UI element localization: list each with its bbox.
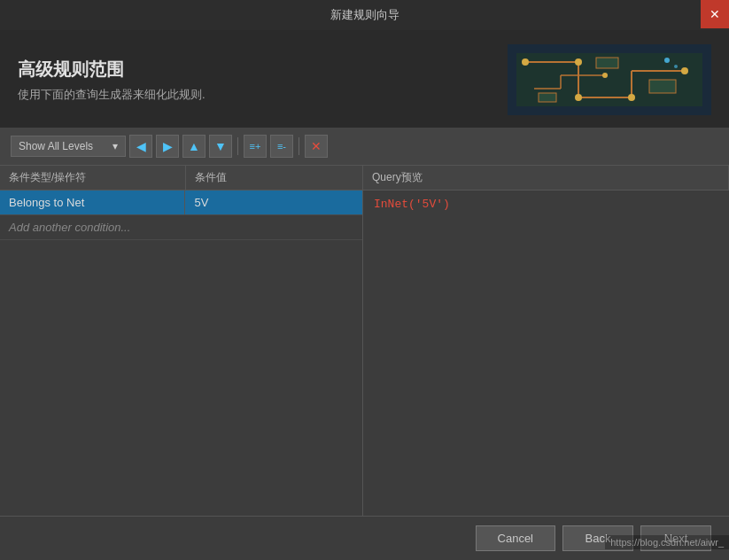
- add-indent-icon: ≡+: [250, 141, 261, 152]
- show-levels-dropdown[interactable]: Show All Levels ▾: [11, 136, 126, 157]
- right-arrow-icon: ▶: [163, 139, 173, 153]
- header-title: 高级规则范围: [18, 58, 508, 82]
- header-image: [508, 44, 711, 115]
- svg-point-15: [602, 73, 608, 78]
- right-pane: InNet('5V'): [363, 191, 729, 516]
- add-condition-label: Add another condition...: [0, 215, 139, 239]
- svg-rect-20: [539, 93, 556, 102]
- close-button[interactable]: ✕: [701, 0, 729, 28]
- content-area: Belongs to Net 5V Add another condition.…: [0, 191, 729, 516]
- svg-rect-18: [649, 80, 676, 93]
- remove-indent-icon: ≡-: [277, 141, 286, 152]
- table-body: Belongs to Net 5V Add another condition.…: [0, 191, 729, 516]
- dialog-title: 新建规则向导: [330, 8, 399, 21]
- down-arrow-icon: ▼: [214, 139, 227, 153]
- dialog-window: 新建规则向导 ✕ 高级规则范围 使用下面的查询生成器来细化此规则.: [0, 0, 729, 560]
- dropdown-icon: ▾: [112, 140, 118, 152]
- move-up-button[interactable]: ▲: [182, 135, 206, 158]
- toolbar: Show All Levels ▾ ◀ ▶ ▲ ▼ ≡+ ≡- ✕: [0, 128, 729, 166]
- move-right-button[interactable]: ▶: [156, 135, 179, 158]
- left-arrow-icon: ◀: [136, 139, 146, 153]
- svg-point-17: [674, 65, 678, 68]
- svg-point-11: [575, 58, 582, 66]
- col-value-header: 条件值: [186, 166, 363, 190]
- svg-point-13: [628, 94, 635, 101]
- svg-point-10: [522, 58, 529, 66]
- remove-indent-button[interactable]: ≡-: [270, 135, 293, 158]
- add-condition-row[interactable]: Add another condition...: [0, 215, 362, 240]
- col-type-header: 条件类型/操作符: [0, 166, 186, 190]
- close-icon: ✕: [710, 7, 720, 21]
- query-preview: InNet('5V'): [374, 198, 718, 211]
- header-subtitle: 使用下面的查询生成器来细化此规则.: [18, 87, 508, 103]
- dropdown-label: Show All Levels: [19, 140, 93, 152]
- toolbar-separator-2: [299, 137, 299, 155]
- watermark: https://blog.csdn.net/aiwr_: [605, 535, 729, 549]
- svg-rect-19: [596, 58, 618, 68]
- add-indent-button[interactable]: ≡+: [244, 135, 267, 158]
- left-pane: Belongs to Net 5V Add another condition.…: [0, 191, 363, 516]
- title-bar: 新建规则向导 ✕: [0, 0, 729, 30]
- move-left-button[interactable]: ◀: [129, 135, 152, 158]
- header-area: 高级规则范围 使用下面的查询生成器来细化此规则.: [0, 30, 729, 128]
- svg-point-12: [575, 94, 582, 101]
- delete-icon: ✕: [311, 139, 322, 153]
- table-row[interactable]: Belongs to Net 5V: [0, 191, 362, 215]
- delete-button[interactable]: ✕: [305, 135, 328, 158]
- col-query-header: Query预览: [363, 166, 729, 190]
- cell-type: Belongs to Net: [0, 191, 185, 214]
- svg-point-14: [681, 67, 688, 74]
- toolbar-separator: [237, 137, 238, 155]
- header-text: 高级规则范围 使用下面的查询生成器来细化此规则.: [18, 58, 508, 103]
- move-down-button[interactable]: ▼: [209, 135, 232, 158]
- table-header: 条件类型/操作符 条件值 Query预览: [0, 166, 729, 191]
- up-arrow-icon: ▲: [188, 139, 200, 153]
- cell-value: 5V: [185, 191, 362, 214]
- cancel-button[interactable]: Cancel: [476, 525, 555, 551]
- svg-point-16: [664, 58, 670, 63]
- footer: Cancel Back Next https://blog.csdn.net/a…: [0, 516, 729, 560]
